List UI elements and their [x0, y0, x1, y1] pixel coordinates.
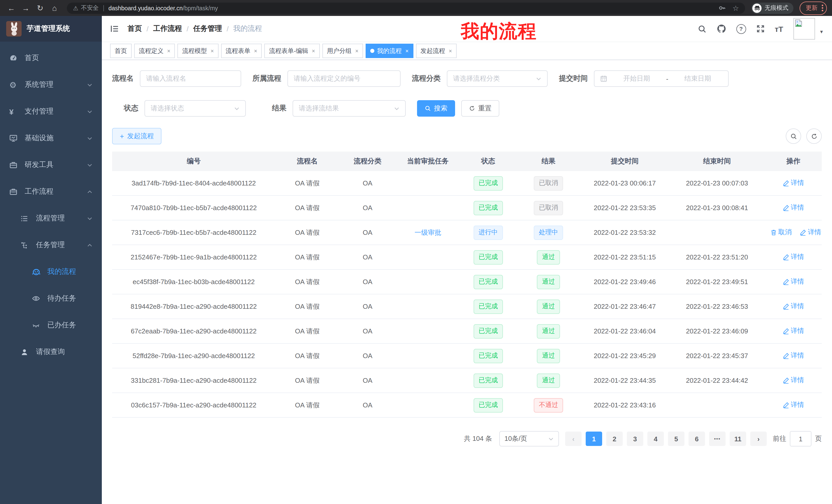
page-button-6[interactable]: 6 — [688, 431, 705, 446]
sidebar-item-process-mgmt[interactable]: 流程管理 — [0, 205, 102, 232]
page-button-11[interactable]: 11 — [730, 431, 746, 446]
detail-link[interactable]: 详情 — [783, 400, 804, 410]
page-button-5[interactable]: 5 — [668, 431, 684, 446]
back-icon[interactable]: ← — [5, 2, 18, 14]
sidebar-item-done-task[interactable]: 已办任务 — [0, 312, 102, 339]
task-link[interactable]: 一级审批 — [414, 228, 441, 236]
sidebar-item-workflow[interactable]: 工作流程 — [0, 178, 102, 205]
breadcrumb-home[interactable]: 首页 — [128, 24, 142, 33]
browser-toolbar: ← → ↻ ⌂ ⚠不安全 dashboard.yudao.iocoder.cn/… — [0, 0, 832, 16]
status-select[interactable]: 请选择状态 — [145, 100, 246, 117]
close-icon[interactable]: × — [405, 48, 409, 54]
goto-label: 前往 — [773, 434, 786, 443]
detail-link[interactable]: 详情 — [783, 277, 804, 286]
avatar[interactable] — [794, 18, 815, 39]
process-name-input[interactable]: 请输入流程名 — [140, 71, 241, 87]
process-category-select[interactable]: 请选择流程分类 — [447, 71, 548, 87]
chevron-down-icon — [548, 436, 554, 442]
col-name: 流程名 — [275, 151, 339, 171]
close-icon[interactable]: × — [167, 48, 171, 54]
help-icon[interactable]: ? — [736, 24, 746, 34]
home-icon[interactable]: ⌂ — [48, 2, 61, 14]
github-icon[interactable] — [717, 24, 726, 33]
fullscreen-icon[interactable] — [756, 25, 764, 33]
chevron-down-icon — [87, 109, 93, 114]
close-icon[interactable]: × — [312, 48, 315, 54]
status-badge: 已完成 — [473, 299, 503, 314]
submit-time-range-picker[interactable]: 开始日期 - 结束日期 — [594, 71, 729, 87]
tab-process-form[interactable]: 流程表单× — [221, 44, 262, 58]
tab-home[interactable]: 首页 — [110, 44, 132, 58]
gear-icon: ⚙ — [9, 80, 19, 90]
close-icon[interactable]: × — [211, 48, 214, 54]
detail-link[interactable]: 详情 — [783, 178, 804, 188]
goto-page-input[interactable]: 1 — [790, 431, 811, 446]
detail-link[interactable]: 详情 — [783, 376, 804, 385]
filter-definition-label: 所属流程 — [253, 74, 281, 83]
cancel-link[interactable]: 取消 — [770, 228, 791, 237]
col-current-task: 当前审批任务 — [396, 151, 460, 171]
forward-icon[interactable]: → — [20, 2, 32, 14]
page-button-1[interactable]: 1 — [586, 431, 602, 446]
browser-update-button[interactable]: 更新 — [800, 1, 827, 15]
next-page-button[interactable]: › — [750, 431, 767, 446]
breadcrumb-workflow[interactable]: 工作流程 — [153, 24, 182, 33]
tab-user-group[interactable]: 用户分组× — [322, 44, 363, 58]
tab-my-process[interactable]: 我的流程× — [366, 44, 413, 58]
chevron-down-icon — [87, 82, 93, 88]
sidebar: 芋道管理系统 首页 ⚙ 系统管理 ¥ 支付管理 — [0, 16, 102, 504]
page-size-select[interactable]: 10条/页 — [499, 431, 559, 446]
sidebar-item-leave-query[interactable]: 请假查询 — [0, 339, 102, 365]
sidebar-item-devtools[interactable]: 研发工具 — [0, 151, 102, 178]
tab-process-definition[interactable]: 流程定义× — [134, 44, 175, 58]
app-title: 芋道管理系统 — [27, 24, 70, 33]
key-icon[interactable] — [719, 4, 726, 12]
detail-link[interactable]: 详情 — [783, 253, 804, 262]
sidebar-item-home[interactable]: 首页 — [0, 45, 102, 72]
col-result: 结果 — [517, 151, 580, 171]
bookmark-star-icon[interactable]: ☆ — [732, 4, 739, 12]
detail-link[interactable]: 详情 — [800, 228, 821, 237]
page-button-2[interactable]: 2 — [606, 431, 623, 446]
prev-page-button[interactable]: ‹ — [565, 431, 581, 446]
page-button-4[interactable]: 4 — [647, 431, 664, 446]
tab-process-form-edit[interactable]: 流程表单-编辑× — [265, 44, 320, 58]
pen-icon — [783, 328, 789, 334]
pen-icon — [783, 180, 789, 187]
more-pages-button[interactable]: ••• — [709, 431, 726, 446]
start-process-button[interactable]: + 发起流程 — [112, 128, 161, 144]
result-badge: 通过 — [537, 324, 560, 338]
search-button[interactable]: 搜索 — [417, 100, 455, 117]
tab-start-process[interactable]: 发起流程× — [416, 44, 457, 58]
sidebar-toggle-icon[interactable] — [110, 24, 119, 33]
detail-link[interactable]: 详情 — [783, 327, 804, 336]
close-icon[interactable]: × — [355, 48, 359, 54]
sidebar-item-todo-task[interactable]: 待办任务 — [0, 285, 102, 312]
sidebar-item-system[interactable]: ⚙ 系统管理 — [0, 72, 102, 98]
tab-process-model[interactable]: 流程模型× — [178, 44, 218, 58]
result-select[interactable]: 请选择流结果 — [293, 100, 406, 117]
page-button-3[interactable]: 3 — [627, 431, 643, 446]
sidebar-item-pay[interactable]: ¥ 支付管理 — [0, 98, 102, 125]
process-definition-input[interactable]: 请输入流程定义的编号 — [287, 71, 400, 87]
detail-link[interactable]: 详情 — [783, 351, 804, 360]
detail-link[interactable]: 详情 — [783, 302, 804, 311]
user-menu[interactable]: ▼ — [794, 18, 824, 39]
close-icon[interactable]: × — [254, 48, 257, 54]
sidebar-item-task-mgmt[interactable]: 任务管理 — [0, 232, 102, 258]
close-icon[interactable]: × — [449, 48, 452, 54]
browser-menu-icon[interactable] — [822, 5, 823, 11]
table-refresh-button[interactable] — [806, 129, 822, 144]
table-search-button[interactable] — [786, 129, 801, 144]
font-size-icon[interactable]: ᴛT — [775, 24, 783, 33]
detail-link[interactable]: 详情 — [783, 203, 804, 213]
address-bar[interactable]: ⚠不安全 dashboard.yudao.iocoder.cn/bpm/task… — [67, 2, 745, 13]
result-badge: 已取消 — [534, 201, 563, 215]
breadcrumb-task-mgmt[interactable]: 任务管理 — [193, 24, 222, 33]
security-label: 不安全 — [81, 4, 99, 12]
reset-button[interactable]: 重置 — [461, 100, 499, 117]
reload-icon[interactable]: ↻ — [34, 2, 46, 14]
search-icon[interactable] — [698, 24, 706, 33]
sidebar-item-infra[interactable]: 基础设施 — [0, 125, 102, 151]
sidebar-item-my-process[interactable]: 我的流程 — [0, 258, 102, 285]
